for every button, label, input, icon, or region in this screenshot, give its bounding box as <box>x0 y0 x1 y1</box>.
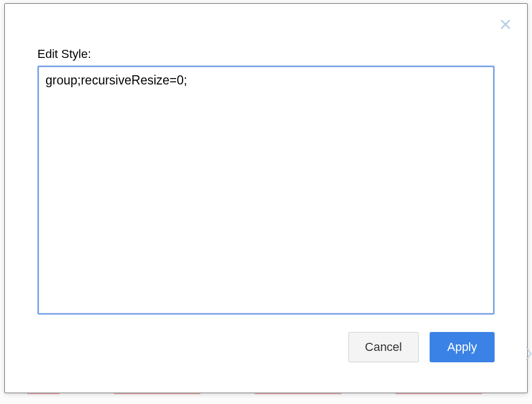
cancel-button[interactable]: Cancel <box>348 332 419 362</box>
close-icon[interactable] <box>499 19 512 32</box>
dialog-title: Edit Style: <box>37 47 495 61</box>
style-textarea[interactable] <box>37 66 495 315</box>
chevron-right-icon <box>525 347 532 361</box>
apply-button[interactable]: Apply <box>430 332 495 362</box>
dialog-button-row: Cancel Apply <box>37 332 495 362</box>
edit-style-dialog: Edit Style: Cancel Apply <box>4 3 528 393</box>
